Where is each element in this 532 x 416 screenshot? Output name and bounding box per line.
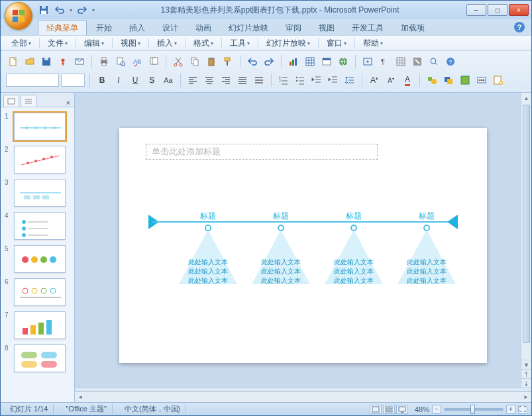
redo-button[interactable]: [76, 4, 88, 16]
close-pane-button[interactable]: ×: [66, 99, 70, 107]
menu-all[interactable]: 全部▾: [6, 36, 36, 50]
node-2[interactable]: 标题 此处输入文本此处输入文本此处输入文本: [252, 211, 310, 286]
sorter-view-button[interactable]: [383, 405, 395, 414]
zoom-slider-thumb[interactable]: [470, 405, 475, 414]
italic-button[interactable]: I: [111, 73, 126, 87]
tab-insert[interactable]: 插入: [121, 21, 153, 35]
prev-slide-button[interactable]: ⭱: [521, 369, 531, 378]
increase-indent-button[interactable]: [326, 73, 341, 87]
print-button[interactable]: [97, 54, 111, 69]
menu-slideshow[interactable]: 幻灯片放映▾: [261, 36, 315, 50]
zoom-percent[interactable]: 48%: [415, 405, 429, 413]
undo-tb-button[interactable]: [245, 54, 260, 69]
theme-name[interactable]: "Office 主题": [60, 404, 112, 414]
decrease-font-button[interactable]: A▾: [384, 73, 398, 87]
menu-insert[interactable]: 插入▾: [152, 36, 182, 50]
tab-design[interactable]: 设计: [154, 21, 186, 35]
change-case-button[interactable]: Aa: [161, 73, 176, 87]
insert-table-button[interactable]: [303, 54, 317, 69]
zoom-out-button[interactable]: −: [432, 405, 441, 414]
outline-tab[interactable]: [21, 95, 36, 107]
cut-button[interactable]: [171, 54, 186, 69]
thumbnail-2[interactable]: 2: [1, 144, 74, 178]
thumbnail-6[interactable]: 6: [1, 277, 74, 310]
show-format-button[interactable]: ¶: [377, 54, 392, 69]
menu-format[interactable]: 格式▾: [188, 36, 219, 50]
align-center-button[interactable]: [202, 73, 217, 87]
email-button[interactable]: [72, 54, 87, 69]
normal-view-button[interactable]: [370, 405, 382, 414]
permission-button[interactable]: [56, 54, 70, 69]
tab-review[interactable]: 审阅: [278, 21, 309, 35]
autoshape-button[interactable]: [425, 73, 439, 87]
research-button[interactable]: [146, 54, 161, 69]
format-painter-button[interactable]: [221, 54, 235, 69]
menu-file[interactable]: 文件▾: [42, 36, 73, 50]
thumbnail-3[interactable]: 3: [1, 178, 74, 211]
zoom-slider[interactable]: [444, 408, 504, 411]
thumbnail-7[interactable]: 7: [1, 310, 74, 343]
tab-home[interactable]: 开始: [88, 21, 120, 35]
font-name-combo[interactable]: [6, 74, 59, 87]
vertical-scrollbar[interactable]: ▲ ▼ ⭱ ⭳: [521, 93, 531, 388]
new-button[interactable]: [6, 54, 21, 69]
next-slide-button[interactable]: ⭳: [521, 378, 531, 388]
design-button[interactable]: [474, 73, 489, 87]
menu-tools[interactable]: 工具▾: [225, 36, 255, 50]
line-spacing-button[interactable]: [343, 73, 357, 87]
insert-hyperlink-button[interactable]: [336, 54, 350, 69]
font-color-button[interactable]: A: [400, 73, 415, 87]
tab-developer[interactable]: 开发工具: [344, 21, 392, 35]
insert-chart-button[interactable]: [286, 54, 301, 69]
save-button[interactable]: [38, 4, 50, 16]
language-indicator[interactable]: 中文(简体，中国): [119, 404, 186, 414]
tab-addins[interactable]: 加载项: [393, 21, 433, 35]
slideshow-view-button[interactable]: [396, 405, 408, 414]
zoom-dropdown[interactable]: [427, 54, 441, 69]
help-tb-button[interactable]: ?: [443, 54, 458, 69]
title-placeholder[interactable]: 单击此处添加标题: [146, 144, 378, 160]
decrease-indent-button[interactable]: [309, 73, 324, 87]
horizontal-scrollbar[interactable]: ◄ ►: [75, 391, 531, 402]
shadow-button[interactable]: S: [144, 73, 159, 87]
tab-classic-menu[interactable]: 经典菜单: [38, 20, 87, 35]
maximize-button[interactable]: □: [488, 4, 507, 16]
bullets-button[interactable]: [293, 73, 307, 87]
redo-tb-button[interactable]: [262, 54, 276, 69]
menu-help[interactable]: 帮助▾: [358, 36, 388, 50]
distributed-button[interactable]: [252, 73, 266, 87]
help-button[interactable]: ?: [514, 22, 525, 32]
slide-counter[interactable]: 幻灯片 1/14: [5, 404, 54, 414]
scroll-up-button[interactable]: ▲: [521, 93, 531, 103]
align-right-button[interactable]: [219, 73, 233, 87]
zoom-in-button[interactable]: +: [506, 405, 515, 414]
numbering-button[interactable]: 12: [276, 73, 291, 87]
thumbnail-list[interactable]: 1 2 3 4 5 6 7 8: [1, 107, 74, 402]
undo-dropdown[interactable]: ▾: [70, 7, 72, 13]
thumbnail-4[interactable]: 4: [1, 211, 74, 244]
color-button[interactable]: [410, 54, 425, 69]
justify-button[interactable]: [235, 73, 250, 87]
thumbnail-1[interactable]: 1: [1, 111, 74, 144]
spelling-button[interactable]: AB: [130, 54, 144, 69]
scroll-left-button[interactable]: ◄: [75, 392, 85, 402]
node-4[interactable]: 标题 此处输入文本此处输入文本此处输入文本: [398, 211, 456, 286]
minimize-button[interactable]: −: [466, 4, 486, 16]
arrange-button[interactable]: [441, 73, 456, 87]
copy-button[interactable]: [187, 54, 202, 69]
slide-canvas[interactable]: 单击此处添加标题 标题 此处输入文本此处输入文本此处输入文本 标题: [119, 128, 487, 363]
align-left-button[interactable]: [186, 73, 200, 87]
increase-font-button[interactable]: A▴: [367, 73, 382, 87]
font-size-combo[interactable]: [61, 74, 85, 87]
scroll-right-button[interactable]: ►: [521, 392, 531, 402]
quick-styles-button[interactable]: [458, 73, 472, 87]
menu-window[interactable]: 窗口▾: [321, 36, 352, 50]
scrollbar-thumb[interactable]: [523, 105, 530, 343]
slide-canvas-area[interactable]: 单击此处添加标题 标题 此处输入文本此处输入文本此处输入文本 标题: [75, 93, 531, 388]
expand-button[interactable]: [360, 54, 375, 69]
tab-animations[interactable]: 动画: [187, 21, 219, 35]
grid-button[interactable]: [394, 54, 408, 69]
paste-button[interactable]: [204, 54, 219, 69]
tab-slideshow[interactable]: 幻灯片放映: [221, 21, 276, 35]
thumbnail-5[interactable]: 5: [1, 244, 74, 277]
